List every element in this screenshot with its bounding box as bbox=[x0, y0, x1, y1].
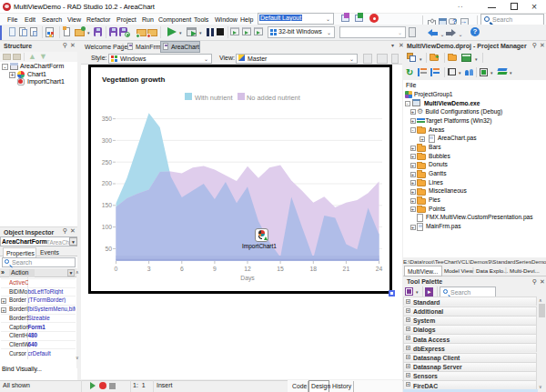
svg-text:12: 12 bbox=[244, 266, 251, 272]
svg-text:250: 250 bbox=[102, 159, 113, 166]
svg-text:18: 18 bbox=[310, 266, 318, 272]
svg-text:No added nutrient: No added nutrient bbox=[247, 94, 300, 102]
svg-text:24: 24 bbox=[376, 266, 383, 272]
svg-text:3: 3 bbox=[147, 266, 151, 272]
svg-text:9: 9 bbox=[213, 266, 217, 272]
svg-text:15: 15 bbox=[277, 266, 284, 272]
svg-text:350: 350 bbox=[102, 116, 113, 122]
svg-text:6: 6 bbox=[180, 266, 184, 272]
svg-text:Days: Days bbox=[240, 275, 255, 282]
svg-text:0: 0 bbox=[115, 266, 118, 272]
svg-text:200: 200 bbox=[102, 180, 113, 186]
svg-text:With nutrient: With nutrient bbox=[195, 94, 233, 102]
svg-text:300: 300 bbox=[102, 137, 113, 144]
svg-text:Vegetation growth: Vegetation growth bbox=[102, 75, 165, 84]
svg-text:50: 50 bbox=[105, 246, 112, 252]
svg-text:150: 150 bbox=[102, 202, 113, 208]
svg-text:21: 21 bbox=[343, 266, 350, 272]
svg-text:100: 100 bbox=[102, 224, 113, 230]
